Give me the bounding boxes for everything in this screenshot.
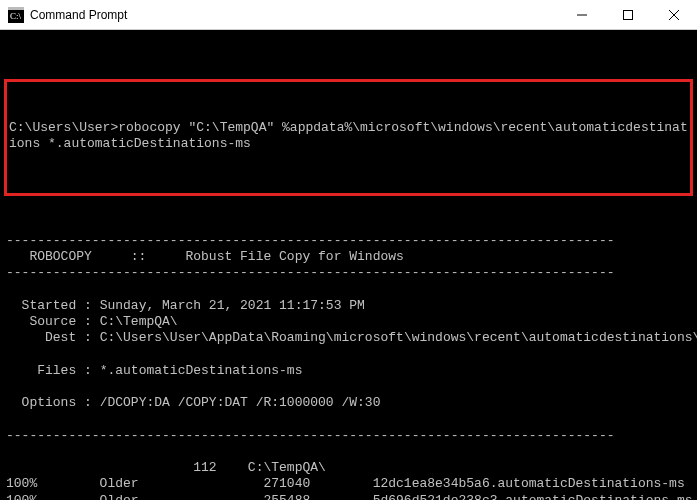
- files-value: *.automaticDestinations-ms: [92, 363, 303, 378]
- command-highlight: C:\Users\User>robocopy "C:\TempQA" %appd…: [4, 79, 693, 197]
- options-value: /DCOPY:DA /COPY:DAT /R:1000000 /W:30: [92, 395, 381, 410]
- options-label: Options :: [6, 395, 92, 410]
- started-label: Started :: [6, 298, 92, 313]
- window-controls: [559, 0, 697, 29]
- source-value: C:\TempQA\: [92, 314, 178, 329]
- robocopy-header: ROBOCOPY :: Robust File Copy for Windows: [6, 249, 404, 264]
- files-label: Files :: [6, 363, 92, 378]
- separator: ----------------------------------------…: [6, 428, 615, 443]
- maximize-button[interactable]: [605, 0, 651, 29]
- dir-line: 112 C:\TempQA\: [6, 460, 326, 475]
- separator: ----------------------------------------…: [6, 233, 615, 248]
- started-value: Sunday, March 21, 2021 11:17:53 PM: [92, 298, 365, 313]
- terminal-output[interactable]: C:\Users\User>robocopy "C:\TempQA" %appd…: [0, 30, 697, 500]
- dest-label: Dest :: [6, 330, 92, 345]
- robocopy-output: ----------------------------------------…: [0, 216, 697, 500]
- command-line: C:\Users\User>robocopy "C:\TempQA" %appd…: [9, 120, 688, 153]
- prompt-path: C:\Users\User>: [9, 120, 118, 135]
- window-title: Command Prompt: [30, 8, 559, 22]
- svg-rect-1: [8, 7, 24, 10]
- minimize-button[interactable]: [559, 0, 605, 29]
- command-prompt-icon: C:\: [8, 7, 24, 23]
- file-rows: 100% Older 271040 12dc1ea8e34b5a6.automa…: [6, 476, 691, 500]
- dest-value: C:\Users\User\AppData\Roaming\microsoft\…: [92, 330, 697, 345]
- svg-text:C:\: C:\: [10, 11, 22, 21]
- source-label: Source :: [6, 314, 92, 329]
- separator: ----------------------------------------…: [6, 265, 615, 280]
- close-button[interactable]: [651, 0, 697, 29]
- svg-rect-4: [624, 10, 633, 19]
- titlebar: C:\ Command Prompt: [0, 0, 697, 30]
